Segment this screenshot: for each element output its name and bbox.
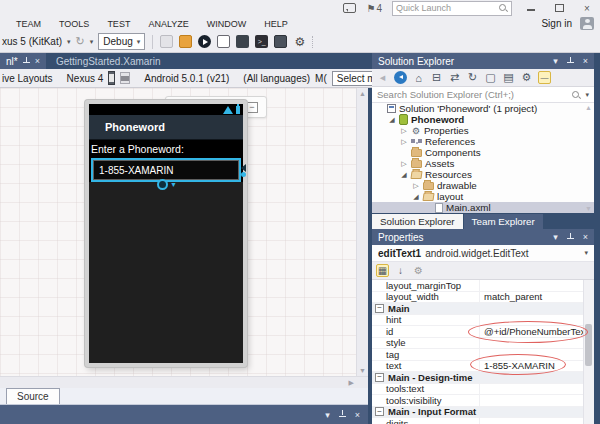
prompt-label[interactable]: Enter a Phoneword: — [89, 140, 243, 157]
solution-explorer-search-input[interactable]: Search Solution Explorer (Ctrl+;) ▾ — [372, 87, 594, 103]
tree-item-references[interactable]: ▷References — [372, 136, 594, 147]
selection-handle-bottom[interactable] — [157, 179, 168, 190]
close-panel-icon[interactable]: × — [583, 232, 588, 242]
collapse-icon[interactable]: ◢ — [412, 193, 420, 201]
maximize-button[interactable] — [550, 3, 568, 14]
property-value[interactable]: match_parent — [480, 292, 594, 303]
property-value[interactable] — [480, 280, 594, 291]
auto-hide-pin-icon[interactable] — [338, 410, 347, 419]
categorized-icon[interactable] — [376, 264, 389, 277]
search-options-arrow-icon[interactable]: ▾ — [585, 91, 589, 99]
select-menu-combo[interactable]: Select menu — [332, 71, 372, 86]
expand-icon[interactable]: ▷ — [400, 138, 408, 146]
menu-item-team[interactable]: TEAM — [16, 19, 41, 29]
collapse-category-icon[interactable] — [375, 373, 384, 382]
alternative-layouts-button[interactable]: ive Layouts — [2, 73, 53, 84]
tree-item-phoneword[interactable]: ◢Phoneword — [372, 114, 594, 125]
property-value[interactable]: 1-855-XAMARIN — [480, 361, 594, 372]
window-position-icon[interactable]: ▾ — [553, 56, 558, 66]
android-device-icon[interactable] — [236, 35, 249, 48]
notifications-flag-icon[interactable]: ⚑4 — [366, 3, 382, 14]
tab-main-axml[interactable]: nl* × — [0, 53, 46, 69]
auto-hide-pin-icon[interactable] — [566, 57, 575, 66]
portrait-orientation-button[interactable] — [108, 71, 115, 85]
console-icon[interactable] — [255, 35, 268, 48]
selection-arrow-icon[interactable]: ▼ — [170, 181, 177, 188]
minimize-button[interactable] — [522, 3, 540, 14]
refresh-icon[interactable]: ↻ — [76, 35, 85, 48]
object-dropdown-arrow-icon[interactable]: ▾ — [584, 249, 588, 257]
xml-preview-icon[interactable] — [179, 35, 192, 48]
quick-launch-input[interactable]: Quick Launch — [392, 1, 512, 16]
auto-hide-pin-icon[interactable] — [566, 233, 575, 242]
property-value[interactable] — [480, 315, 594, 326]
phone-number-edittext[interactable]: 1-855-XAMARIN ▼ — [91, 158, 241, 182]
design-surface[interactable]: Phoneword Enter a Phoneword: 1-855-XAMAR… — [0, 88, 356, 376]
menu-item-analyze[interactable]: ANALYZE — [148, 19, 188, 29]
property-row-layout-margintop[interactable]: layout_marginTop — [372, 280, 594, 292]
alphabetical-icon[interactable] — [394, 264, 407, 277]
tree-item-main-axml[interactable]: Main.axml — [372, 202, 594, 213]
menu-item-help[interactable]: HELP — [264, 19, 288, 29]
property-value[interactable] — [480, 349, 594, 360]
device-dropdown[interactable]: xus 5 (KitKat) — [2, 36, 62, 47]
expand-icon[interactable]: ▷ — [400, 160, 408, 168]
properties-window-icon[interactable] — [502, 71, 515, 84]
sync-active-document-icon[interactable] — [394, 71, 407, 84]
property-row-tools-text[interactable]: tools:text — [372, 384, 594, 396]
property-row-hint[interactable]: hint — [372, 315, 594, 327]
selected-object-row[interactable]: editText1 android.widget.EditText ▾ — [372, 245, 594, 262]
language-selector[interactable]: (All languages) — [243, 73, 310, 84]
phone-layout-body[interactable] — [89, 182, 243, 363]
tree-item-solution-phoneword-1-project-[interactable]: Solution 'Phoneword' (1 project) — [372, 103, 594, 114]
zoom-out-icon[interactable] — [247, 102, 258, 113]
property-row-tag[interactable]: tag — [372, 349, 594, 361]
collapse-category-icon[interactable] — [375, 304, 384, 313]
tab-team-explorer[interactable]: Team Explorer — [464, 214, 543, 229]
property-value[interactable] — [480, 418, 594, 424]
property-value[interactable] — [480, 384, 594, 395]
collapse-icon[interactable]: ◢ — [400, 171, 408, 179]
tree-item-layout[interactable]: ◢layout — [372, 191, 594, 202]
tree-item-properties[interactable]: ▷Properties — [372, 125, 594, 136]
designer-vertical-scrollbar[interactable]: ▲▼ — [356, 88, 368, 376]
designer-horizontal-scrollbar[interactable]: ▶ — [0, 376, 368, 388]
tab-solution-explorer[interactable]: Solution Explorer — [372, 214, 463, 229]
property-value[interactable] — [480, 338, 594, 349]
property-row-style[interactable]: style — [372, 338, 594, 350]
new-file-icon[interactable] — [217, 35, 230, 48]
device-monitor-icon[interactable] — [274, 35, 287, 48]
source-tab[interactable]: Source — [6, 388, 60, 404]
view-code-icon[interactable] — [484, 71, 497, 84]
refresh-dropdown-arrow-icon[interactable]: ▾ — [90, 38, 94, 46]
collapse-icon[interactable]: ◢ — [388, 116, 396, 124]
expand-icon[interactable]: ▷ — [412, 182, 420, 190]
collapse-category-icon[interactable] — [375, 407, 384, 416]
pin-tab-icon[interactable] — [22, 57, 31, 66]
home-icon[interactable] — [412, 71, 425, 84]
device-dropdown-arrow-icon[interactable]: ▾ — [67, 38, 71, 46]
window-position-icon[interactable]: ▾ — [325, 410, 330, 420]
selection-handle-right-arrow[interactable] — [237, 164, 246, 172]
tree-item-drawable[interactable]: ▷drawable — [372, 180, 594, 191]
configuration-combo[interactable]: Debug ▾ — [98, 33, 145, 50]
menu-item-tools[interactable]: TOOLS — [59, 19, 89, 29]
selection-handle-right[interactable] — [241, 172, 246, 177]
landscape-orientation-button[interactable] — [120, 72, 130, 84]
close-panel-icon[interactable]: × — [355, 410, 360, 420]
expand-icon[interactable]: ▷ — [400, 127, 408, 135]
property-category-main[interactable]: Main — [372, 303, 594, 315]
tree-item-resources[interactable]: ◢Resources — [372, 169, 594, 180]
property-category-main-input-format[interactable]: Main - Input Format — [372, 407, 594, 419]
properties-scrollbar[interactable] — [583, 280, 594, 424]
property-value[interactable]: @+id/PhoneNumberText — [480, 326, 594, 337]
sign-in-link[interactable]: Sign in — [541, 18, 572, 29]
feedback-icon[interactable] — [343, 3, 356, 13]
collapse-all-icon[interactable] — [430, 71, 443, 84]
close-tab-icon[interactable]: × — [35, 56, 40, 66]
user-avatar-icon[interactable] — [580, 17, 594, 30]
attach-icon[interactable] — [160, 35, 173, 48]
toolbar-overflow[interactable] — [312, 36, 316, 48]
device-selector[interactable]: Nexus 4 — [67, 73, 104, 84]
tree-scrollbar[interactable]: ▲▼ — [583, 103, 594, 213]
